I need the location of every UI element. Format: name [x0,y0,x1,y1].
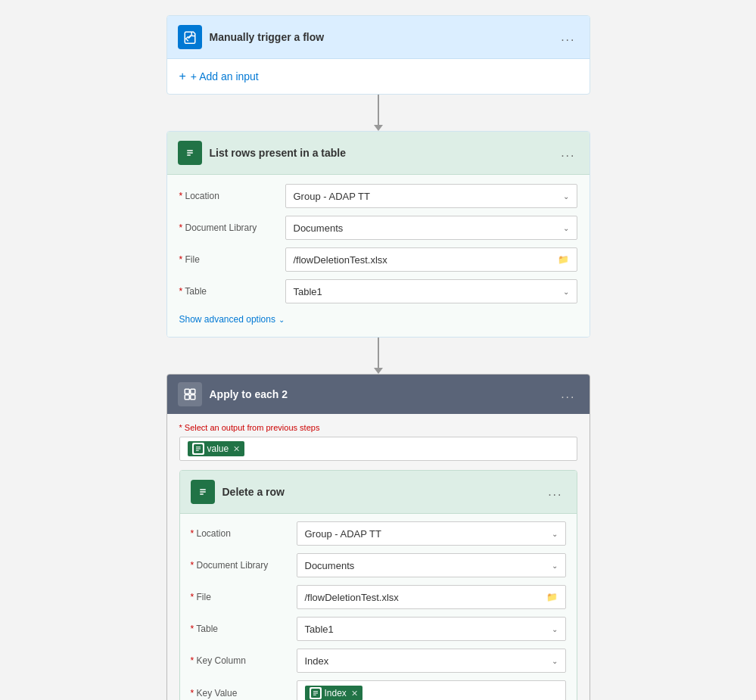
svg-rect-4 [190,395,194,400]
del-key-value-label: * Key Value [191,688,289,698]
apply-each-header: Apply to each 2 ... [167,375,590,414]
del-table-label: * Table [191,624,289,634]
location-dropdown[interactable]: Group - ADAP TT ⌄ [285,184,577,208]
delete-row-body: * Location Group - ADAP TT ⌄ * Document … [180,514,577,700]
list-rows-body: * Location Group - ADAP TT ⌄ * Document … [167,175,590,337]
list-rows-title: List rows present in a table [210,147,551,159]
del-location-dropdown[interactable]: Group - ADAP TT ⌄ [297,521,566,546]
trigger-more-button[interactable]: ... [558,27,578,47]
document-library-label: * Document Library [179,222,278,233]
doc-lib-chevron-icon: ⌄ [563,224,569,232]
key-value-tag: Index ✕ [305,686,362,700]
table-label: * Table [179,286,278,297]
del-key-column-label: * Key Column [191,655,289,666]
del-table-dropdown[interactable]: Table1 ⌄ [297,617,566,641]
trigger-card: Manually trigger a flow ... + + Add an i… [166,15,590,95]
add-input-label: + Add an input [191,70,259,82]
output-field[interactable]: value ✕ [179,437,577,461]
flow-canvas: Manually trigger a flow ... + + Add an i… [166,15,590,700]
apply-each-title: Apply to each 2 [210,388,551,400]
location-chevron-icon: ⌄ [563,192,569,201]
svg-rect-3 [185,395,189,400]
connector-arrow-2 [374,368,383,374]
trigger-icon [178,25,202,49]
del-key-value-field[interactable]: Index ✕ [297,680,566,700]
del-loc-chevron-icon: ⌄ [552,530,558,538]
delete-row-more-button[interactable]: ... [545,482,565,502]
del-doc-lib-dropdown[interactable]: Documents ⌄ [297,553,566,577]
output-tag: value ✕ [188,441,245,456]
output-tag-icon [192,443,204,455]
table-dropdown[interactable]: Table1 ⌄ [285,279,577,303]
connector-arrow [374,125,383,131]
del-file-label: * File [191,592,289,602]
apply-each-card: Apply to each 2 ... * Select an output f… [166,374,590,700]
del-file-browse-icon: 📁 [546,592,558,602]
key-value-tag-icon [310,687,322,699]
del-doc-lib-label: * Document Library [191,560,289,571]
trigger-title: Manually trigger a flow [210,31,551,43]
delete-row-header: Delete a row ... [180,471,577,514]
list-rows-more-button[interactable]: ... [558,143,578,163]
output-tag-label: value [207,443,229,454]
del-key-col-chevron-icon: ⌄ [552,657,558,665]
apply-each-more-button[interactable]: ... [558,384,578,404]
document-library-dropdown[interactable]: Documents ⌄ [285,216,577,240]
table-row: * Table Table1 ⌄ [179,279,577,303]
connector-1 [374,95,383,131]
apply-each-icon [178,382,202,406]
delete-row-card: Delete a row ... * Location Group - ADAP… [179,470,577,700]
del-key-column-dropdown[interactable]: Index ⌄ [297,649,566,673]
apply-each-body: * Select an output from previous steps v… [167,414,590,700]
del-key-value-row: * Key Value Index ✕ [191,680,566,700]
del-table-chevron-icon: ⌄ [552,625,558,633]
list-rows-icon [178,141,202,165]
table-chevron-icon: ⌄ [563,288,569,296]
del-location-label: * Location [191,528,289,539]
output-tag-close-icon[interactable]: ✕ [233,444,240,454]
del-file-row: * File /flowDeletionTest.xlsx 📁 [191,585,566,609]
location-label: * Location [179,191,278,201]
svg-rect-1 [185,389,189,394]
del-table-row: * Table Table1 ⌄ [191,617,566,641]
delete-row-icon [191,480,215,504]
select-output-label: * Select an output from previous steps [179,423,577,432]
del-location-row: * Location Group - ADAP TT ⌄ [191,521,566,546]
show-advanced-chevron-icon: ⌄ [278,316,285,324]
del-file-input[interactable]: /flowDeletionTest.xlsx 📁 [297,585,566,609]
file-input[interactable]: /flowDeletionTest.xlsx 📁 [285,247,577,272]
key-value-close-icon[interactable]: ✕ [351,689,358,698]
list-rows-header: List rows present in a table ... [167,132,590,175]
trigger-header: Manually trigger a flow ... [167,16,590,59]
connector-line [378,95,379,125]
add-input-icon: + [179,70,186,83]
del-key-column-row: * Key Column Index ⌄ [191,649,566,673]
del-doc-lib-chevron-icon: ⌄ [552,562,558,570]
file-browse-icon: 📁 [558,254,569,265]
connector-line-2 [378,338,379,368]
location-row: * Location Group - ADAP TT ⌄ [179,184,577,208]
delete-row-title: Delete a row [222,486,538,498]
key-value-tag-label: Index [325,688,347,698]
add-input-button[interactable]: + + Add an input [167,59,271,94]
svg-rect-2 [190,389,194,394]
show-advanced-button[interactable]: Show advanced options ⌄ [179,311,285,328]
list-rows-card: List rows present in a table ... * Locat… [166,131,590,338]
connector-2 [374,338,383,374]
del-doc-lib-row: * Document Library Documents ⌄ [191,553,566,577]
file-row: * File /flowDeletionTest.xlsx 📁 [179,247,577,272]
file-label: * File [179,254,278,265]
document-library-row: * Document Library Documents ⌄ [179,216,577,240]
